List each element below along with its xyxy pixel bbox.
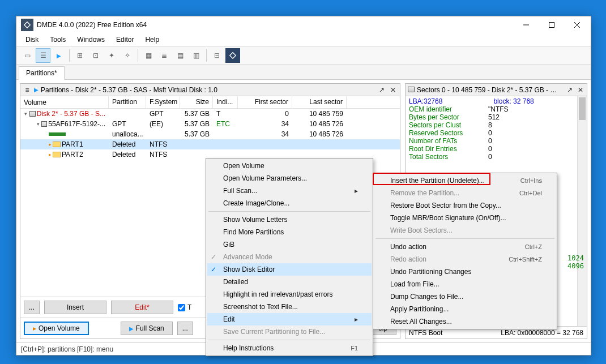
menu-tools[interactable]: Tools xyxy=(44,35,71,45)
open-volume-button[interactable]: ▸Open Volume xyxy=(24,322,89,335)
hex-value-1: 1024 xyxy=(567,254,584,262)
toolbar-separator xyxy=(138,49,138,62)
t-checkbox[interactable]: T xyxy=(178,303,191,311)
menu-item[interactable]: Reset All Changes... xyxy=(374,315,556,328)
more-button-2[interactable]: ... xyxy=(177,322,193,335)
table-row[interactable]: ▾ Disk 2* - 5.37 GB - S...GPT5.37 GBT010… xyxy=(20,109,400,119)
tab-partitions[interactable]: Partitions* xyxy=(19,66,65,80)
menu-item[interactable]: ✓Show Disk Editor xyxy=(207,263,372,276)
menu-item[interactable]: Edit▸ xyxy=(207,313,372,326)
menu-item[interactable]: Create Image/Clone... xyxy=(207,197,372,209)
menu-item: Save Current Partitioning to File... xyxy=(207,326,372,338)
scrollbar[interactable] xyxy=(577,96,587,326)
window-title: DMDE 4.0.0 (2022) Free Edition x64 xyxy=(37,21,513,29)
disk-icon xyxy=(29,111,36,117)
menu-item[interactable]: Insert the Partition (Undelete)...Ctrl+I… xyxy=(374,174,556,187)
menu-item[interactable]: Find More Partitions xyxy=(207,226,372,238)
menu-item[interactable]: Full Scan...▸ xyxy=(207,185,372,197)
col-fsystem[interactable]: F.System xyxy=(146,96,180,108)
menu-item: Redo actionCtrl+Shift+Z xyxy=(374,253,556,265)
context-menu-main: Open VolumeOpen Volume Parameters...Full… xyxy=(206,158,373,356)
menubar: DiskToolsWindowsEditorHelp xyxy=(16,33,591,46)
toolbar-separator xyxy=(69,49,70,62)
popout-icon[interactable]: ↗ xyxy=(377,85,386,95)
hex-value-2: 4096 xyxy=(567,262,584,270)
menu-item: Remove the Partition...Ctrl+Del xyxy=(374,187,556,199)
menu-item[interactable]: GiB xyxy=(207,238,372,251)
toolbar-btn-5[interactable]: ⊡ xyxy=(88,48,103,63)
toolbar-btn-12[interactable]: ⊟ xyxy=(210,48,224,63)
menu-icon[interactable]: ≡ xyxy=(23,85,32,95)
toolbar-btn-6[interactable]: ✦ xyxy=(104,48,119,63)
menu-editor[interactable]: Editor xyxy=(110,35,139,45)
menu-disk[interactable]: Disk xyxy=(20,35,44,45)
menu-item[interactable]: Screenshot to Text File... xyxy=(207,301,372,313)
toolbar-btn-9[interactable]: ≣ xyxy=(157,48,172,63)
menu-help[interactable]: Help xyxy=(139,35,165,45)
menu-item[interactable]: Open Volume Parameters... xyxy=(207,172,372,185)
menu-item[interactable]: Show Volume Letters xyxy=(207,213,372,226)
menu-item[interactable]: Undo Partitioning Changes xyxy=(374,265,556,278)
toolbar-btn-10[interactable]: ▤ xyxy=(173,48,187,63)
minimize-button[interactable] xyxy=(513,17,539,33)
titlebar: DMDE 4.0.0 (2022) Free Edition x64 xyxy=(16,16,591,33)
toolbar: ▭ ☰ ▶ ⊞ ⊡ ✦ ✧ ▦ ≣ ▤ ▥ ⊟ xyxy=(16,46,591,65)
toolbar-btn-play[interactable]: ▶ xyxy=(52,48,66,63)
tabstrip: Partitions* xyxy=(16,65,591,80)
app-icon xyxy=(21,19,33,31)
toolbar-btn-11[interactable]: ▥ xyxy=(189,48,203,63)
menu-windows[interactable]: Windows xyxy=(71,35,110,45)
statusbar-text: [Ctrl+P]: partitions [F10]: menu xyxy=(21,345,113,353)
disk-icon xyxy=(41,121,47,127)
menu-item[interactable]: Open Volume xyxy=(207,160,372,172)
panel-close-icon[interactable]: ✕ xyxy=(576,85,584,95)
col-partition[interactable]: Partition xyxy=(109,96,146,108)
toolbar-btn-7[interactable]: ✧ xyxy=(120,48,135,63)
edit-button[interactable]: Edit* xyxy=(111,301,173,314)
sectors-header: Sectors 0 - 10 485 759 - Disk 2* - 5.37 … xyxy=(406,84,587,96)
col-size[interactable]: Size xyxy=(180,96,213,108)
menu-item[interactable]: Detailed xyxy=(207,276,372,288)
toolbar-btn-1[interactable]: ▭ xyxy=(20,48,35,63)
toolbar-btn-8[interactable]: ▦ xyxy=(141,48,156,63)
menu-item[interactable]: Help InstructionsF1 xyxy=(207,342,372,354)
insert-button[interactable]: Insert xyxy=(44,301,106,314)
folder-icon xyxy=(53,142,61,147)
menu-item[interactable]: Undo actionCtrl+Z xyxy=(374,241,556,253)
menu-item[interactable]: Restore Boot Sector from the Copy... xyxy=(374,199,556,212)
menu-item[interactable]: Toggle MBR/Boot Signature (On/Off)... xyxy=(374,212,556,224)
status-left: NTFS Boot xyxy=(409,329,442,337)
toolbar-btn-logo[interactable] xyxy=(225,48,240,63)
panel-close-icon[interactable]: ✕ xyxy=(389,85,398,95)
svg-rect-1 xyxy=(549,23,554,28)
menu-item[interactable]: Dump Changes to File... xyxy=(374,290,556,303)
close-button[interactable] xyxy=(564,17,590,33)
table-row[interactable]: ▾ 55AF617F-5192-...GPT(EE)5.37 GBETC3410… xyxy=(20,119,400,129)
toolbar-separator xyxy=(206,49,207,62)
col-first-sector[interactable]: First sector xyxy=(238,96,292,108)
col-indicators[interactable]: Indi... xyxy=(213,96,238,108)
sectors-title: Sectors 0 - 10 485 759 - Disk 2* - 5.37 … xyxy=(417,86,561,94)
partitions-table-header: Volume Partition F.System Size Indi... F… xyxy=(20,96,400,109)
scrollbar-thumb[interactable] xyxy=(579,97,586,120)
maximize-button[interactable] xyxy=(539,17,564,33)
menu-item[interactable]: Apply Partitioning... xyxy=(374,303,556,315)
disk-icon xyxy=(408,86,415,94)
toolbar-btn-partitions[interactable]: ☰ xyxy=(36,48,50,63)
more-button-1[interactable]: ... xyxy=(24,301,40,314)
partitions-header: ≡ ▶ Partitions - Disk 2* - 5.37 GB - SAS… xyxy=(20,84,400,96)
menu-item[interactable]: Highlight in red irrelevant/past errors xyxy=(207,288,372,301)
status-right: LBA: 0x00008000 = 32 768 xyxy=(501,329,583,337)
table-row[interactable]: ▸ PART1DeletedNTFS xyxy=(20,139,400,149)
context-menu-edit: Insert the Partition (Undelete)...Ctrl+I… xyxy=(373,173,557,329)
table-row[interactable]: unalloca...5.37 GB3410 485 726 xyxy=(20,129,400,139)
play-icon: ▶ xyxy=(34,87,39,93)
col-last-sector[interactable]: Last sector xyxy=(292,96,347,108)
toolbar-btn-4[interactable]: ⊞ xyxy=(72,48,87,63)
menu-item: ✓Advanced Mode xyxy=(207,251,372,263)
menu-item[interactable]: Load from File... xyxy=(374,278,556,290)
full-scan-button[interactable]: ▶Full Scan xyxy=(121,322,173,335)
partitions-title: Partitions - Disk 2* - 5.37 GB - SAS - M… xyxy=(41,86,217,94)
col-volume[interactable]: Volume xyxy=(20,96,109,108)
popout-icon[interactable]: ↗ xyxy=(566,85,574,95)
